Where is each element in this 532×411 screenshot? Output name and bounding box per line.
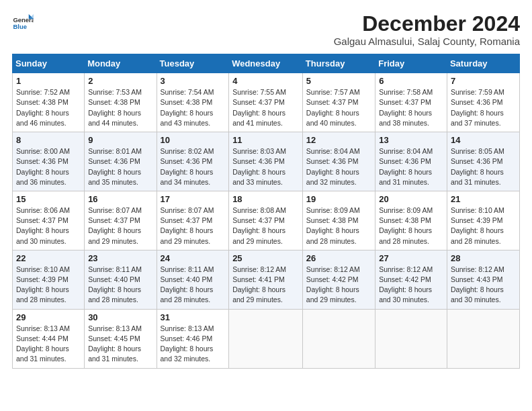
table-row: 3 Sunrise: 7:54 AMSunset: 4:38 PMDayligh… [157, 73, 229, 132]
table-row: 5 Sunrise: 7:57 AMSunset: 4:37 PMDayligh… [302, 73, 375, 132]
day-number: 7 [451, 76, 516, 86]
day-info: Sunrise: 7:54 AMSunset: 4:38 PMDaylight:… [161, 88, 214, 127]
day-info: Sunrise: 8:11 AMSunset: 4:40 PMDaylight:… [88, 265, 142, 304]
table-row: 27 Sunrise: 8:12 AMSunset: 4:42 PMDaylig… [375, 250, 447, 309]
table-row: 31 Sunrise: 8:13 AMSunset: 4:46 PMDaylig… [157, 309, 229, 368]
day-number: 14 [451, 135, 516, 145]
logo: General Blue [12, 12, 34, 34]
table-row: 4 Sunrise: 7:55 AMSunset: 4:37 PMDayligh… [229, 73, 303, 132]
day-number: 3 [161, 76, 226, 86]
day-info: Sunrise: 8:08 AMSunset: 4:37 PMDaylight:… [232, 206, 286, 245]
table-row: 9 Sunrise: 8:01 AMSunset: 4:36 PMDayligh… [85, 132, 157, 191]
day-info: Sunrise: 8:06 AMSunset: 4:37 PMDaylight:… [16, 206, 70, 245]
day-number: 22 [16, 253, 81, 263]
day-number: 6 [379, 76, 443, 86]
day-info: Sunrise: 8:10 AMSunset: 4:39 PMDaylight:… [451, 206, 504, 245]
day-info: Sunrise: 8:04 AMSunset: 4:36 PMDaylight:… [379, 147, 433, 186]
table-row: 23 Sunrise: 8:11 AMSunset: 4:40 PMDaylig… [85, 250, 157, 309]
calendar-week-row: 1 Sunrise: 7:52 AMSunset: 4:38 PMDayligh… [13, 73, 520, 132]
table-row: 30 Sunrise: 8:13 AMSunset: 4:45 PMDaylig… [85, 309, 157, 368]
day-number: 19 [306, 194, 371, 204]
table-row: 12 Sunrise: 8:04 AMSunset: 4:36 PMDaylig… [302, 132, 375, 191]
day-info: Sunrise: 8:04 AMSunset: 4:36 PMDaylight:… [306, 147, 360, 186]
day-number: 31 [161, 312, 226, 322]
day-number: 4 [232, 76, 299, 86]
col-tuesday: Tuesday [157, 54, 229, 73]
table-row: 6 Sunrise: 7:58 AMSunset: 4:37 PMDayligh… [375, 73, 447, 132]
day-number: 1 [16, 76, 81, 86]
day-number: 11 [232, 135, 299, 145]
day-number: 28 [451, 253, 516, 263]
table-row [302, 309, 375, 368]
day-number: 23 [88, 253, 152, 263]
day-info: Sunrise: 7:59 AMSunset: 4:36 PMDaylight:… [451, 88, 504, 127]
page: General Blue December 2024 Galgau Almasu… [0, 0, 532, 411]
day-number: 17 [161, 194, 226, 204]
calendar-header-row: Sunday Monday Tuesday Wednesday Thursday… [13, 54, 520, 73]
col-wednesday: Wednesday [229, 54, 303, 73]
table-row: 8 Sunrise: 8:00 AMSunset: 4:36 PMDayligh… [13, 132, 85, 191]
day-number: 18 [232, 194, 299, 204]
col-saturday: Saturday [447, 54, 519, 73]
day-info: Sunrise: 8:12 AMSunset: 4:43 PMDaylight:… [451, 265, 504, 304]
svg-text:Blue: Blue [13, 23, 26, 30]
table-row: 18 Sunrise: 8:08 AMSunset: 4:37 PMDaylig… [229, 191, 303, 250]
header: General Blue December 2024 Galgau Almasu… [12, 12, 520, 47]
subtitle: Galgau Almasului, Salaj County, Romania [334, 36, 520, 47]
day-number: 2 [88, 76, 152, 86]
day-info: Sunrise: 7:58 AMSunset: 4:37 PMDaylight:… [379, 88, 433, 127]
calendar-week-row: 8 Sunrise: 8:00 AMSunset: 4:36 PMDayligh… [13, 132, 520, 191]
day-number: 27 [379, 253, 443, 263]
logo-icon: General Blue [12, 12, 34, 34]
table-row: 20 Sunrise: 8:09 AMSunset: 4:38 PMDaylig… [375, 191, 447, 250]
table-row: 10 Sunrise: 8:02 AMSunset: 4:36 PMDaylig… [157, 132, 229, 191]
table-row [229, 309, 303, 368]
day-number: 13 [379, 135, 443, 145]
day-info: Sunrise: 8:02 AMSunset: 4:36 PMDaylight:… [161, 147, 214, 186]
day-number: 21 [451, 194, 516, 204]
calendar-week-row: 22 Sunrise: 8:10 AMSunset: 4:39 PMDaylig… [13, 250, 520, 309]
table-row: 2 Sunrise: 7:53 AMSunset: 4:38 PMDayligh… [85, 73, 157, 132]
day-info: Sunrise: 7:55 AMSunset: 4:37 PMDaylight:… [232, 88, 286, 127]
day-number: 15 [16, 194, 81, 204]
table-row: 21 Sunrise: 8:10 AMSunset: 4:39 PMDaylig… [447, 191, 519, 250]
table-row: 24 Sunrise: 8:11 AMSunset: 4:40 PMDaylig… [157, 250, 229, 309]
day-info: Sunrise: 8:05 AMSunset: 4:36 PMDaylight:… [451, 147, 504, 186]
table-row: 19 Sunrise: 8:09 AMSunset: 4:38 PMDaylig… [302, 191, 375, 250]
col-thursday: Thursday [302, 54, 375, 73]
day-number: 25 [232, 253, 299, 263]
day-info: Sunrise: 8:12 AMSunset: 4:41 PMDaylight:… [232, 265, 286, 304]
day-info: Sunrise: 7:57 AMSunset: 4:37 PMDaylight:… [306, 88, 360, 127]
day-info: Sunrise: 8:13 AMSunset: 4:44 PMDaylight:… [16, 324, 70, 363]
day-number: 5 [306, 76, 371, 86]
day-number: 10 [161, 135, 226, 145]
day-number: 20 [379, 194, 443, 204]
month-title: December 2024 [334, 12, 520, 36]
calendar-week-row: 29 Sunrise: 8:13 AMSunset: 4:44 PMDaylig… [13, 309, 520, 368]
day-info: Sunrise: 8:12 AMSunset: 4:42 PMDaylight:… [379, 265, 433, 304]
day-info: Sunrise: 8:00 AMSunset: 4:36 PMDaylight:… [16, 147, 70, 186]
day-info: Sunrise: 8:01 AMSunset: 4:36 PMDaylight:… [88, 147, 142, 186]
day-info: Sunrise: 7:53 AMSunset: 4:38 PMDaylight:… [88, 88, 142, 127]
day-number: 16 [88, 194, 152, 204]
table-row: 11 Sunrise: 8:03 AMSunset: 4:36 PMDaylig… [229, 132, 303, 191]
table-row: 22 Sunrise: 8:10 AMSunset: 4:39 PMDaylig… [13, 250, 85, 309]
day-number: 30 [88, 312, 152, 322]
table-row: 14 Sunrise: 8:05 AMSunset: 4:36 PMDaylig… [447, 132, 519, 191]
day-number: 29 [16, 312, 81, 322]
day-info: Sunrise: 8:07 AMSunset: 4:37 PMDaylight:… [161, 206, 214, 245]
day-info: Sunrise: 8:03 AMSunset: 4:36 PMDaylight:… [232, 147, 286, 186]
day-info: Sunrise: 8:13 AMSunset: 4:45 PMDaylight:… [88, 324, 142, 363]
table-row: 15 Sunrise: 8:06 AMSunset: 4:37 PMDaylig… [13, 191, 85, 250]
table-row: 16 Sunrise: 8:07 AMSunset: 4:37 PMDaylig… [85, 191, 157, 250]
day-info: Sunrise: 8:07 AMSunset: 4:37 PMDaylight:… [88, 206, 142, 245]
table-row: 26 Sunrise: 8:12 AMSunset: 4:42 PMDaylig… [302, 250, 375, 309]
day-info: Sunrise: 8:13 AMSunset: 4:46 PMDaylight:… [161, 324, 214, 363]
day-info: Sunrise: 8:09 AMSunset: 4:38 PMDaylight:… [379, 206, 433, 245]
table-row: 25 Sunrise: 8:12 AMSunset: 4:41 PMDaylig… [229, 250, 303, 309]
day-info: Sunrise: 8:09 AMSunset: 4:38 PMDaylight:… [306, 206, 360, 245]
table-row [375, 309, 447, 368]
table-row [447, 309, 519, 368]
day-number: 8 [16, 135, 81, 145]
col-monday: Monday [85, 54, 157, 73]
